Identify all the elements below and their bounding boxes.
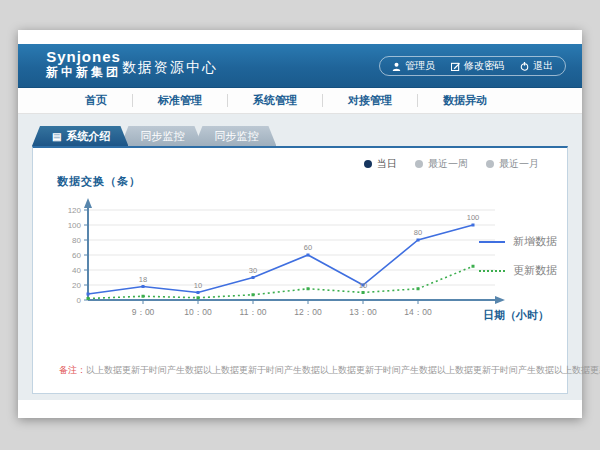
app-window: Synjones 新中新集团 数据资源中心 管理员 修改密码 退出 首页 标准管… bbox=[18, 30, 582, 418]
user-icon bbox=[392, 62, 401, 71]
dotted-line-swatch-icon bbox=[479, 270, 505, 272]
change-password-button[interactable]: 修改密码 bbox=[451, 59, 504, 73]
radio-today[interactable]: 当日 bbox=[364, 157, 397, 171]
radio-label: 最近一月 bbox=[499, 157, 539, 171]
legend-item-new-data: 新增数据 bbox=[479, 234, 557, 249]
main-nav: 首页 标准管理 系统管理 对接管理 数据异动 bbox=[18, 88, 582, 114]
svg-text:80: 80 bbox=[72, 236, 81, 245]
svg-text:40: 40 bbox=[72, 266, 81, 275]
radio-icon bbox=[486, 160, 494, 168]
svg-text:11：00: 11：00 bbox=[240, 307, 267, 317]
logo-text-cn: 新中新集团 bbox=[46, 66, 121, 79]
note-prefix: 备注： bbox=[59, 365, 86, 375]
page-title: 数据资源中心 bbox=[122, 59, 218, 77]
time-range-filter: 当日 最近一周 最近一月 bbox=[364, 157, 539, 171]
svg-text:0: 0 bbox=[77, 296, 82, 305]
svg-text:12：00: 12：00 bbox=[294, 307, 322, 317]
tab-sync-monitor-2[interactable]: 同步监控 bbox=[194, 126, 276, 146]
svg-text:60: 60 bbox=[72, 251, 81, 260]
nav-item-system-mgmt[interactable]: 系统管理 bbox=[228, 94, 323, 107]
content-area: ▤系统介绍 同步监控 同步监控 当日 最近一周 bbox=[18, 114, 582, 400]
logout-button[interactable]: 退出 bbox=[520, 59, 553, 73]
chart-container: 0204060801001209：0010：0011：0012：0013：001… bbox=[43, 190, 521, 334]
svg-text:18: 18 bbox=[139, 275, 147, 284]
nav-item-data-change[interactable]: 数据异动 bbox=[418, 94, 512, 107]
tab-system-intro[interactable]: ▤系统介绍 bbox=[32, 126, 128, 146]
chart-panel: 当日 最近一周 最近一月 数据交换（条） 0204060801001209：00… bbox=[32, 146, 568, 394]
svg-text:10: 10 bbox=[359, 281, 367, 290]
tab-bar: ▤系统介绍 同步监控 同步监控 bbox=[32, 126, 268, 146]
svg-text:80: 80 bbox=[414, 228, 422, 237]
change-password-label: 修改密码 bbox=[464, 59, 504, 73]
svg-text:30: 30 bbox=[249, 266, 257, 275]
radio-last-week[interactable]: 最近一周 bbox=[415, 157, 468, 171]
logout-label: 退出 bbox=[533, 59, 553, 73]
company-logo: Synjones 新中新集团 bbox=[46, 49, 121, 79]
nav-item-standard-mgmt[interactable]: 标准管理 bbox=[133, 94, 228, 107]
tab-sync-monitor-1[interactable]: 同步监控 bbox=[120, 126, 202, 146]
desktop-background: { "header": { "logo_line1": "Synjones", … bbox=[0, 0, 600, 450]
solid-line-swatch-icon bbox=[479, 241, 505, 243]
y-axis-title: 数据交换（条） bbox=[57, 174, 141, 189]
svg-text:100: 100 bbox=[467, 213, 480, 222]
radio-label: 当日 bbox=[377, 157, 397, 171]
chart-legend: 新增数据 更新数据 bbox=[479, 234, 557, 292]
tab-label: 系统介绍 bbox=[66, 130, 110, 142]
svg-text:10: 10 bbox=[194, 281, 202, 290]
edit-icon bbox=[451, 62, 460, 71]
tab-label: 同步监控 bbox=[214, 130, 258, 142]
svg-text:60: 60 bbox=[304, 243, 312, 252]
legend-label: 更新数据 bbox=[513, 263, 557, 278]
svg-text:13：00: 13：00 bbox=[349, 307, 377, 317]
svg-text:9：00: 9：00 bbox=[132, 307, 155, 317]
current-user-label: 管理员 bbox=[405, 59, 435, 73]
note-text: 以上数据更新于时间产生数据以上数据更新于时间产生数据以上数据更新于时间产生数据以… bbox=[86, 365, 600, 375]
radio-label: 最近一周 bbox=[428, 157, 468, 171]
user-toolbar: 管理员 修改密码 退出 bbox=[379, 56, 566, 76]
radio-icon bbox=[364, 160, 372, 168]
svg-text:20: 20 bbox=[72, 281, 81, 290]
svg-text:14：00: 14：00 bbox=[404, 307, 432, 317]
tab-label: 同步监控 bbox=[140, 130, 184, 142]
radio-icon bbox=[415, 160, 423, 168]
x-axis-title: 日期（小时） bbox=[483, 308, 549, 323]
current-user-button[interactable]: 管理员 bbox=[392, 59, 435, 73]
svg-text:10：00: 10：00 bbox=[184, 307, 212, 317]
power-icon bbox=[520, 62, 529, 71]
svg-text:100: 100 bbox=[68, 221, 82, 230]
line-chart: 0204060801001209：0010：0011：0012：0013：001… bbox=[43, 190, 521, 330]
nav-item-home[interactable]: 首页 bbox=[60, 94, 133, 107]
nav-item-interface-mgmt[interactable]: 对接管理 bbox=[323, 94, 418, 107]
radio-last-month[interactable]: 最近一月 bbox=[486, 157, 539, 171]
legend-label: 新增数据 bbox=[513, 234, 557, 249]
footer-note: 备注：以上数据更新于时间产生数据以上数据更新于时间产生数据以上数据更新于时间产生… bbox=[59, 364, 600, 377]
svg-text:120: 120 bbox=[68, 206, 82, 215]
document-icon: ▤ bbox=[52, 131, 61, 142]
app-header: Synjones 新中新集团 数据资源中心 管理员 修改密码 退出 bbox=[18, 44, 582, 88]
logo-text-en: Synjones bbox=[46, 49, 121, 66]
legend-item-updated-data: 更新数据 bbox=[479, 263, 557, 278]
